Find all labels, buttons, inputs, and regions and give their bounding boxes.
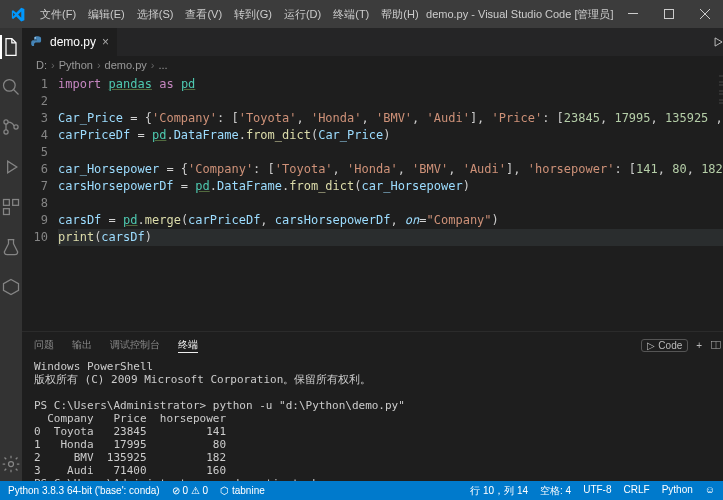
line-number: 2 — [22, 93, 48, 110]
line-number: 10 — [22, 229, 48, 246]
code-line[interactable] — [58, 93, 723, 110]
panel-tab[interactable]: 问题 — [34, 338, 54, 352]
svg-point-5 — [14, 125, 18, 129]
menu-item[interactable]: 文件(F) — [34, 7, 82, 22]
line-number: 5 — [22, 144, 48, 161]
editor-tabs: demo.py × ⋯ — [22, 28, 723, 56]
code-line[interactable]: carsDf = pd.merge(carPriceDf, carsHorsep… — [58, 212, 723, 229]
line-number: 1 — [22, 76, 48, 93]
menu-item[interactable]: 选择(S) — [131, 7, 180, 22]
svg-point-3 — [4, 120, 8, 124]
menu-item[interactable]: 帮助(H) — [375, 7, 424, 22]
db-icon[interactable] — [0, 276, 22, 298]
line-number: 4 — [22, 127, 48, 144]
editor[interactable]: 12345678910 import pandas as pd Car_Pric… — [22, 74, 723, 331]
svg-rect-0 — [628, 13, 638, 14]
svg-rect-1 — [665, 10, 674, 19]
tab-demo-py[interactable]: demo.py × — [22, 28, 117, 56]
code-line[interactable]: Car_Price = {'Company': ['Toyota', 'Hond… — [58, 110, 723, 127]
line-number: 7 — [22, 178, 48, 195]
menu-bar: 文件(F)编辑(E)选择(S)查看(V)转到(G)运行(D)终端(T)帮助(H) — [34, 7, 425, 22]
status-item[interactable]: Python — [662, 484, 693, 498]
menu-item[interactable]: 编辑(E) — [82, 7, 131, 22]
new-terminal-icon[interactable]: + — [696, 340, 702, 351]
terminal[interactable]: Windows PowerShell 版权所有 (C) 2009 Microso… — [22, 358, 723, 481]
status-item[interactable]: 行 10，列 14 — [470, 484, 528, 498]
minimize-button[interactable] — [615, 0, 651, 28]
status-item[interactable]: ☺ — [705, 484, 715, 498]
code-area[interactable]: import pandas as pd Car_Price = {'Compan… — [58, 74, 723, 331]
search-icon[interactable] — [0, 76, 22, 98]
svg-marker-9 — [4, 280, 19, 295]
gutter: 12345678910 — [22, 74, 58, 331]
terminal-shell-badge[interactable]: ▷ Code — [641, 339, 688, 352]
panel: 问题输出调试控制台终端 ▷ Code + ^ × Windows PowerSh… — [22, 331, 723, 481]
svg-rect-6 — [4, 200, 10, 206]
close-icon[interactable]: × — [102, 35, 109, 49]
line-number: 3 — [22, 110, 48, 127]
code-line[interactable]: carPriceDf = pd.DataFrame.from_dict(Car_… — [58, 127, 723, 144]
panel-tab[interactable]: 终端 — [178, 338, 198, 353]
line-number: 8 — [22, 195, 48, 212]
svg-rect-7 — [13, 200, 19, 206]
code-line[interactable]: print(carsDf) — [58, 229, 723, 246]
debug-icon[interactable] — [0, 156, 22, 178]
code-line[interactable]: carsHorsepowerDf = pd.DataFrame.from_dic… — [58, 178, 723, 195]
breadcrumb-item[interactable]: Python — [59, 59, 93, 71]
run-icon[interactable] — [711, 35, 723, 49]
breadcrumbs[interactable]: D: › Python › demo.py › ... — [22, 56, 723, 74]
svg-point-10 — [9, 462, 14, 467]
svg-point-11 — [35, 37, 36, 38]
breadcrumb-item[interactable]: demo.py — [105, 59, 147, 71]
breadcrumb-item[interactable]: D: — [36, 59, 47, 71]
title-bar: 文件(F)编辑(E)选择(S)查看(V)转到(G)运行(D)终端(T)帮助(H)… — [0, 0, 723, 28]
panel-tabs: 问题输出调试控制台终端 ▷ Code + ^ × — [22, 332, 723, 358]
activity-bar — [0, 28, 22, 481]
status-item[interactable]: 空格: 4 — [540, 484, 571, 498]
panel-tab[interactable]: 调试控制台 — [110, 338, 160, 352]
panel-tab[interactable]: 输出 — [72, 338, 92, 352]
tab-label: demo.py — [50, 35, 96, 49]
extensions-icon[interactable] — [0, 196, 22, 218]
python-icon — [30, 35, 44, 49]
menu-item[interactable]: 转到(G) — [228, 7, 278, 22]
vscode-logo — [0, 7, 34, 22]
close-button[interactable] — [687, 0, 723, 28]
status-item[interactable]: CRLF — [624, 484, 650, 498]
menu-item[interactable]: 终端(T) — [327, 7, 375, 22]
settings-icon[interactable] — [0, 453, 22, 475]
status-item[interactable]: ⊘ 0 ⚠ 0 — [172, 485, 208, 496]
svg-rect-8 — [4, 209, 10, 215]
status-bar: Python 3.8.3 64-bit ('base': conda)⊘ 0 ⚠… — [0, 481, 723, 500]
explorer-icon[interactable] — [0, 36, 22, 58]
scm-icon[interactable] — [0, 116, 22, 138]
window-controls — [615, 0, 723, 28]
minimap[interactable] — [717, 74, 723, 331]
maximize-button[interactable] — [651, 0, 687, 28]
split-terminal-icon[interactable] — [710, 339, 722, 351]
status-item[interactable]: ⬡ tabnine — [220, 485, 265, 496]
line-number: 6 — [22, 161, 48, 178]
code-line[interactable]: car_Horsepower = {'Company': ['Toyota', … — [58, 161, 723, 178]
window-title: demo.py - Visual Studio Code [管理员] — [425, 7, 615, 22]
status-item[interactable]: UTF-8 — [583, 484, 611, 498]
code-line[interactable] — [58, 195, 723, 212]
code-line[interactable] — [58, 144, 723, 161]
menu-item[interactable]: 运行(D) — [278, 7, 327, 22]
breadcrumb-item[interactable]: ... — [158, 59, 167, 71]
code-line[interactable]: import pandas as pd — [58, 76, 723, 93]
svg-point-2 — [4, 80, 16, 92]
testing-icon[interactable] — [0, 236, 22, 258]
svg-point-4 — [4, 130, 8, 134]
status-item[interactable]: Python 3.8.3 64-bit ('base': conda) — [8, 485, 160, 496]
menu-item[interactable]: 查看(V) — [179, 7, 228, 22]
line-number: 9 — [22, 212, 48, 229]
